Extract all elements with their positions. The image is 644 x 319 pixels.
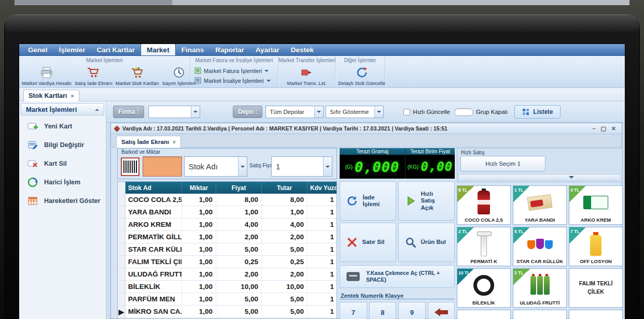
table-row[interactable]: COCO COLA 2,5 ...1,008,008,001 (118, 194, 337, 206)
product-card-empty[interactable] (457, 310, 511, 319)
red-cart-icon (87, 66, 100, 79)
ribbon-group-diger: Diğer İşlemler Detaylı Stok Güncelle (335, 56, 385, 88)
clock-icon (172, 66, 186, 79)
numpad-key-9[interactable]: 9 (398, 302, 426, 319)
product-card-arko-krem[interactable]: 4 TL ARKO KREM (569, 185, 623, 225)
numpad-backspace-key[interactable] (428, 302, 455, 319)
menu-finans[interactable]: Finans (176, 44, 210, 55)
cell-fiyat: 2,00 (216, 268, 262, 280)
product-card-empty[interactable] (569, 310, 623, 319)
menu-islemler[interactable]: İşlemler (53, 44, 91, 55)
cell-kdv: 1 (307, 206, 337, 218)
listele-button[interactable]: Listele (514, 105, 561, 119)
barcode-input[interactable] (143, 156, 182, 177)
dropdown-button[interactable] (374, 106, 383, 118)
product-card-uludag-frutti[interactable]: 2 TL ULUDAĞ FRUTTİ (513, 268, 567, 308)
window-titlebar[interactable]: Vardiya Adı : 17.03.2021 Tarihli 2.Vardi… (111, 123, 622, 134)
close-icon[interactable]: ✕ (611, 126, 616, 132)
table-row[interactable]: ARKO KREM1,004,004,001 (118, 219, 337, 231)
cell-kdv: 1 (307, 281, 337, 293)
ykasa-cekmece-ac-button[interactable]: Y.Kasa Çekmece Aç (CTRL + SPACE) (340, 265, 455, 288)
maximize-icon[interactable]: ▢ (600, 126, 606, 132)
ribbon-market-irsaliye-islemleri[interactable]: Market İrsaliye İşlemleri (194, 77, 271, 84)
table-row[interactable]: ULUDAĞ FRUTTİ...1,002,002,001 (118, 268, 337, 281)
minimize-icon[interactable]: – (592, 126, 595, 132)
cell-miktar: 1,00 (182, 194, 216, 206)
delete-x-icon (346, 236, 358, 249)
table-row[interactable]: YARA BANDI1,001,001,001 (118, 206, 337, 219)
chevron-down-icon (569, 176, 574, 181)
product-card-coco-cola[interactable]: 8 TL COCO COLA 2,5 (457, 185, 511, 225)
cell-tutar: 2,00 (262, 231, 307, 243)
actions-column: Terazi Gramaj Terazi Birim Fiyat (G) 0,0… (340, 148, 455, 318)
sifir-gosterme-combo[interactable]: Sıfır Gösterme (326, 106, 384, 118)
product-card-star-car-kulluk[interactable]: 5 TL STAR CAR KÜLLÜK (513, 227, 567, 266)
satir-sil-button[interactable]: Satır Sil (340, 223, 396, 262)
product-image-uludag-frutti (530, 276, 550, 295)
tab-close-icon[interactable]: × (71, 93, 74, 99)
product-card-bileklik[interactable]: 10 TL BİLEKLİK (457, 268, 511, 308)
menu-market[interactable]: Market (141, 44, 176, 55)
cell-fiyat: 10,00 (216, 281, 262, 293)
sales-return-window: Vardiya Adı : 17.03.2021 Tarihli 2.Vardi… (110, 123, 622, 319)
dropdown-button[interactable] (238, 157, 247, 176)
satis-fiyat-combo[interactable]: 1 (271, 156, 332, 177)
menu-cari-kartlar[interactable]: Cari Kartlar (91, 44, 141, 55)
table-row[interactable]: FALIM TEKLİ ÇIL...1,000,250,251 (118, 256, 337, 268)
numpad-title: Zentek Numerik Klavye (340, 291, 455, 299)
product-card-yara-bandi[interactable]: 1 TL YARA BANDI (513, 185, 567, 225)
sidebar-item-harici-islem[interactable]: Harici İşlem (19, 173, 106, 192)
menu-genel[interactable]: Genel (22, 44, 53, 55)
ribbon-market-vardiya-hesabi[interactable]: Market Vardiya Hesabı (20, 64, 73, 87)
depo-combo[interactable]: Tüm Depolar (265, 106, 324, 118)
table-row[interactable]: STAR CAR KÜLL...1,005,005,001 (118, 243, 337, 256)
sidebar-item-hareketleri-goster[interactable]: Hareketleri Göster (19, 192, 106, 210)
tab-close-icon[interactable]: × (173, 139, 176, 145)
hizli-satis-acik-button[interactable]: Hızlı Satış Açık (398, 181, 455, 221)
dropdown-button[interactable] (314, 106, 323, 118)
grup-toggle[interactable] (454, 108, 473, 116)
gramaj-value: 0,000 (355, 159, 399, 175)
table-row[interactable]: PARFÜM MEN1,005,005,001 (118, 293, 337, 306)
urun-bul-button[interactable]: Ürün Bul (398, 223, 455, 262)
menu-destek[interactable]: Destek (285, 44, 319, 55)
iade-islemi-button[interactable]: İade İşlemi (340, 181, 396, 221)
table-row[interactable]: PERMATİK GİLL...1,002,002,001 (118, 231, 337, 243)
product-card-permatik[interactable]: 2 TL PERMATİ K (457, 227, 511, 266)
hizli-guncelle-checkbox[interactable] (403, 109, 410, 115)
menu-raporlar[interactable]: Raporlar (209, 44, 250, 55)
sidebar-header[interactable]: Market İşlemleri (21, 103, 104, 115)
barkod-ve-miktar-panel: Barkod ve Miktar Stok Adı Satış Fiyat 1 (117, 148, 337, 179)
stok-adi-combo[interactable]: Stok Adı (184, 156, 247, 177)
cell-fiyat: 2,00 (216, 231, 262, 243)
ribbon-market-fatura-islemleri[interactable]: Market Fatura İşlemleri (194, 67, 269, 74)
numpad-key-7[interactable]: 7 (340, 302, 367, 319)
ribbon-detayli-stok-guncelle[interactable]: Detaylı Stok Güncelle (337, 64, 387, 87)
tab-stok-kartlari[interactable]: Stok Kartları × (23, 90, 79, 102)
numpad-key-8[interactable]: 8 (369, 302, 397, 319)
cell-miktar: 1,00 (182, 306, 216, 317)
product-badge-0: 8 TL (457, 186, 474, 202)
product-card-falim-tekli-cilek[interactable]: FALIM TEKLİ ÇİLEK (569, 268, 623, 308)
dropdown-button[interactable] (191, 106, 200, 118)
ribbon-market-trans-lst[interactable]: Market Trans. Lst. (285, 64, 328, 87)
tab-satis-iade-ekrani[interactable]: Satış İade Ekranı × (116, 136, 181, 148)
ribbon-satis-iade-ekrani[interactable]: Satış İade Ekranı (73, 64, 114, 87)
cell-stok-ad: MİKRO SAN CA... (125, 306, 182, 317)
quick-sale-scroll-strip[interactable] (458, 174, 621, 181)
product-card-off-losyon[interactable]: 7 TL OFF LOSYON (569, 227, 623, 266)
ribbon-market-stok-kartlari[interactable]: Market Stok Kartları (114, 64, 161, 87)
sidebar-item-kart-sil[interactable]: Kart Sil (19, 154, 106, 173)
dropdown-button[interactable] (323, 157, 332, 176)
row-selector (118, 243, 125, 255)
table-row-current[interactable]: ▶MİKRO SAN CA...1,005,005,001 (118, 306, 337, 318)
table-row[interactable]: BİLEKLİK1,0010,0010,001 (118, 281, 337, 293)
cell-kdv: 1 (307, 306, 337, 317)
firma-combo[interactable] (148, 106, 200, 118)
menu-ayarlar[interactable]: Ayarlar (250, 44, 285, 55)
product-card-empty[interactable] (513, 310, 567, 319)
sidebar-item-bilgi-degistir[interactable]: Bilgi Değiştir (19, 136, 106, 154)
backspace-arrow-icon (435, 308, 448, 316)
hizli-secim-1-button[interactable]: Hızlı Seçim 1 (460, 156, 545, 171)
sidebar-item-yeni-kart[interactable]: Yeni Kart (19, 117, 106, 136)
